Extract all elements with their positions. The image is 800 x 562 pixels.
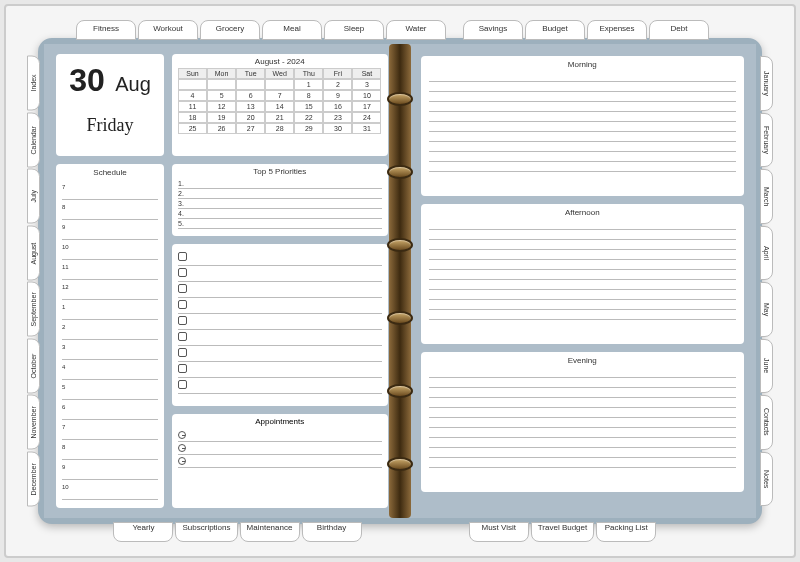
calendar-day[interactable] — [178, 79, 207, 90]
schedule-row[interactable]: 11 — [62, 260, 158, 280]
writing-line[interactable] — [429, 142, 737, 152]
tab-contacts[interactable]: Contacts — [760, 395, 773, 450]
checkbox-icon[interactable] — [178, 332, 187, 341]
calendar-day[interactable]: 25 — [178, 123, 207, 134]
calendar-day[interactable]: 11 — [178, 101, 207, 112]
tab-june[interactable]: June — [760, 339, 773, 394]
writing-line[interactable] — [429, 368, 737, 378]
writing-line[interactable] — [429, 132, 737, 142]
checkbox-icon[interactable] — [178, 300, 187, 309]
writing-line[interactable] — [429, 72, 737, 82]
checkbox-icon[interactable] — [178, 252, 187, 261]
writing-line[interactable] — [429, 92, 737, 102]
tab-calendar[interactable]: Calendar — [27, 113, 40, 168]
tab-yearly[interactable]: Yearly — [113, 522, 173, 542]
priority-row[interactable]: 5. — [178, 219, 382, 229]
schedule-row[interactable]: 5 — [62, 380, 158, 400]
writing-line[interactable] — [429, 438, 737, 448]
appointment-row[interactable] — [178, 429, 382, 442]
checkbox-icon[interactable] — [178, 316, 187, 325]
tab-july[interactable]: July — [27, 169, 40, 224]
writing-line[interactable] — [429, 290, 737, 300]
appointments-block[interactable]: Appointments — [172, 414, 388, 508]
tab-december[interactable]: December — [27, 452, 40, 507]
schedule-row[interactable]: 8 — [62, 200, 158, 220]
tab-expenses[interactable]: Expenses — [587, 20, 647, 40]
calendar-day[interactable]: 9 — [323, 90, 352, 101]
calendar-day[interactable]: 7 — [265, 90, 294, 101]
calendar-day[interactable]: 30 — [323, 123, 352, 134]
tab-packing-list[interactable]: Packing List — [596, 522, 656, 542]
writing-line[interactable] — [429, 270, 737, 280]
tab-grocery[interactable]: Grocery — [200, 20, 260, 40]
calendar-day[interactable]: 23 — [323, 112, 352, 123]
tab-workout[interactable]: Workout — [138, 20, 198, 40]
writing-line[interactable] — [429, 418, 737, 428]
schedule-row[interactable]: 6 — [62, 400, 158, 420]
writing-line[interactable] — [429, 162, 737, 172]
priority-row[interactable]: 4. — [178, 209, 382, 219]
calendar-day[interactable]: 20 — [236, 112, 265, 123]
calendar-day[interactable]: 3 — [352, 79, 381, 90]
calendar-day[interactable]: 6 — [236, 90, 265, 101]
priority-row[interactable]: 2. — [178, 189, 382, 199]
writing-line[interactable] — [429, 152, 737, 162]
calendar-day[interactable] — [207, 79, 236, 90]
calendar-day[interactable]: 24 — [352, 112, 381, 123]
checkbox-icon[interactable] — [178, 348, 187, 357]
calendar-day[interactable]: 16 — [323, 101, 352, 112]
writing-line[interactable] — [429, 260, 737, 270]
calendar-day[interactable] — [236, 79, 265, 90]
calendar-day[interactable]: 8 — [294, 90, 323, 101]
writing-line[interactable] — [429, 388, 737, 398]
calendar-day[interactable]: 18 — [178, 112, 207, 123]
schedule-row[interactable]: 1 — [62, 300, 158, 320]
tab-notes[interactable]: Notes — [760, 452, 773, 507]
tab-february[interactable]: February — [760, 113, 773, 168]
writing-line[interactable] — [429, 102, 737, 112]
schedule-row[interactable]: 10 — [62, 480, 158, 500]
checklist-row[interactable] — [178, 282, 382, 298]
calendar-day[interactable]: 14 — [265, 101, 294, 112]
morning-section[interactable]: Morning — [421, 56, 745, 196]
afternoon-section[interactable]: Afternoon — [421, 204, 745, 344]
checklist-row[interactable] — [178, 314, 382, 330]
checklist-row[interactable] — [178, 298, 382, 314]
schedule-row[interactable]: 4 — [62, 360, 158, 380]
evening-section[interactable]: Evening — [421, 352, 745, 492]
calendar-day[interactable]: 27 — [236, 123, 265, 134]
checkbox-icon[interactable] — [178, 268, 187, 277]
checklist-row[interactable] — [178, 330, 382, 346]
tab-september[interactable]: September — [27, 282, 40, 337]
calendar-day[interactable] — [265, 79, 294, 90]
tab-january[interactable]: January — [760, 56, 773, 111]
schedule-row[interactable]: 8 — [62, 440, 158, 460]
writing-line[interactable] — [429, 310, 737, 320]
tab-debt[interactable]: Debt — [649, 20, 709, 40]
schedule-row[interactable]: 2 — [62, 320, 158, 340]
writing-line[interactable] — [429, 122, 737, 132]
mini-calendar[interactable]: August - 2024 SunMonTueWedThuFriSat 1234… — [172, 54, 388, 156]
tab-march[interactable]: March — [760, 169, 773, 224]
tab-savings[interactable]: Savings — [463, 20, 523, 40]
writing-line[interactable] — [429, 428, 737, 438]
writing-line[interactable] — [429, 240, 737, 250]
calendar-day[interactable]: 22 — [294, 112, 323, 123]
tab-november[interactable]: November — [27, 395, 40, 450]
calendar-day[interactable]: 10 — [352, 90, 381, 101]
schedule-row[interactable]: 12 — [62, 280, 158, 300]
schedule-row[interactable]: 9 — [62, 460, 158, 480]
calendar-day[interactable]: 19 — [207, 112, 236, 123]
schedule-row[interactable]: 3 — [62, 340, 158, 360]
tab-april[interactable]: April — [760, 226, 773, 281]
priority-row[interactable]: 1. — [178, 179, 382, 189]
writing-line[interactable] — [429, 280, 737, 290]
calendar-day[interactable]: 5 — [207, 90, 236, 101]
calendar-day[interactable]: 29 — [294, 123, 323, 134]
writing-line[interactable] — [429, 82, 737, 92]
tab-meal[interactable]: Meal — [262, 20, 322, 40]
schedule-row[interactable]: 7 — [62, 180, 158, 200]
tab-fitness[interactable]: Fitness — [76, 20, 136, 40]
schedule-row[interactable]: 9 — [62, 220, 158, 240]
checklist-block[interactable] — [172, 244, 388, 406]
